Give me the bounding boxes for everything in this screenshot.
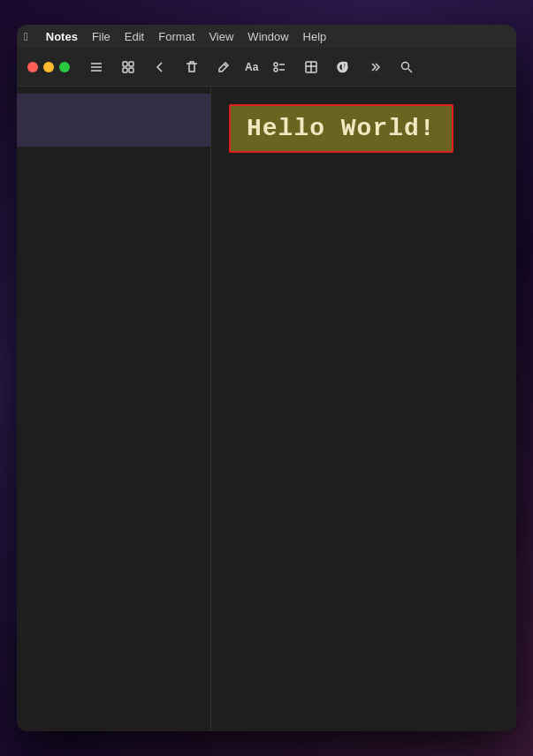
menu-window[interactable]: Window	[247, 30, 288, 43]
sidebar	[17, 87, 211, 731]
grid-view-button[interactable]	[116, 55, 141, 79]
svg-point-15	[402, 62, 409, 69]
table-icon	[304, 60, 318, 74]
svg-line-16	[408, 69, 412, 72]
new-note-button[interactable]	[211, 55, 236, 79]
list-view-button[interactable]	[84, 55, 109, 79]
search-button[interactable]	[394, 55, 419, 79]
note-title-highlight: Hello World!	[229, 104, 453, 153]
aa-label: Aa	[245, 61, 258, 73]
apple-menu-icon[interactable]: 	[24, 30, 28, 43]
svg-rect-5	[123, 68, 127, 72]
toolbar: Aa	[17, 48, 516, 87]
checklist-button[interactable]	[267, 55, 292, 79]
delete-button[interactable]	[179, 55, 204, 79]
menu-edit[interactable]: Edit	[125, 30, 144, 43]
menu-bar:  Notes File Edit Format View Window Hel…	[17, 25, 516, 48]
checklist-icon	[272, 60, 286, 74]
table-button[interactable]	[299, 55, 324, 79]
menu-help[interactable]: Help	[303, 30, 327, 43]
menu-format[interactable]: Format	[158, 30, 194, 43]
minimize-button[interactable]	[43, 62, 54, 72]
svg-rect-4	[129, 62, 133, 66]
sidebar-note-item[interactable]	[17, 94, 210, 147]
svg-point-8	[274, 63, 278, 66]
chevron-left-icon	[153, 60, 167, 74]
more-button[interactable]	[362, 55, 387, 79]
compose-icon	[217, 60, 231, 74]
svg-rect-6	[129, 68, 133, 72]
grid-icon	[121, 60, 135, 74]
close-button[interactable]	[27, 62, 38, 72]
content-area: Hello World!	[17, 87, 516, 731]
back-button[interactable]	[148, 55, 172, 79]
traffic-lights	[27, 62, 70, 72]
notes-window:  Notes File Edit Format View Window Hel…	[17, 25, 516, 731]
note-title-text: Hello World!	[247, 115, 436, 142]
menu-notes[interactable]: Notes	[46, 30, 78, 43]
note-editor[interactable]: Hello World!	[211, 87, 516, 731]
search-icon	[400, 60, 414, 74]
svg-rect-3	[123, 62, 127, 66]
menu-view[interactable]: View	[209, 30, 233, 43]
attachment-icon	[336, 60, 350, 74]
maximize-button[interactable]	[59, 62, 70, 72]
list-icon	[89, 60, 103, 74]
menu-file[interactable]: File	[92, 30, 110, 43]
text-format-button[interactable]: Aa	[243, 55, 260, 79]
trash-icon	[185, 60, 199, 74]
svg-point-10	[274, 68, 278, 72]
chevron-right-double-icon	[368, 60, 382, 74]
attachment-button[interactable]	[331, 55, 355, 79]
